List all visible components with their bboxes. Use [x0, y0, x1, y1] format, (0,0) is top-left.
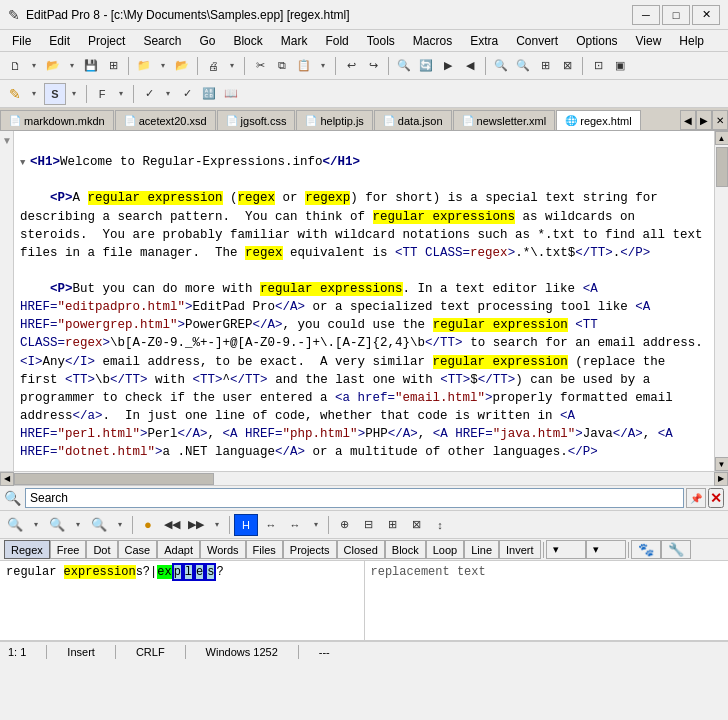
find-next-btn[interactable]: ▶▶	[185, 514, 207, 536]
option-regex[interactable]: Regex	[4, 540, 50, 559]
search-extra4[interactable]: ⊠	[405, 514, 427, 536]
option-dropdown1[interactable]: ▾	[546, 540, 586, 559]
open-dropdown[interactable]: ▾	[64, 55, 80, 77]
zoom-1[interactable]: ⊞	[534, 55, 556, 77]
option-projects[interactable]: Projects	[283, 540, 337, 559]
spell-btn[interactable]: ✓	[138, 83, 160, 105]
font-btn[interactable]: F	[91, 83, 113, 105]
menu-block[interactable]: Block	[225, 32, 270, 50]
tab-close[interactable]: ✕	[712, 110, 728, 130]
search-extra1[interactable]: ⊕	[333, 514, 355, 536]
search-tb-btn3[interactable]: 🔍	[88, 514, 110, 536]
option-extra2[interactable]: 🔧	[661, 540, 691, 559]
mark-dropdown[interactable]: ▾	[26, 83, 42, 105]
editor-content[interactable]: ▼<H1>Welcome to Regular-Expressions.info…	[14, 131, 714, 471]
option-extra1[interactable]: 🐾	[631, 540, 661, 559]
tab-scroll-right[interactable]: ▶	[696, 110, 712, 130]
option-adapt[interactable]: Adapt	[157, 540, 200, 559]
search-tb-drop3[interactable]: ▾	[112, 514, 128, 536]
replace-btn2[interactable]: ↔	[284, 514, 306, 536]
print-button[interactable]: 🖨	[202, 55, 224, 77]
style-btn[interactable]: S	[44, 83, 66, 105]
search-extra5[interactable]: ↕	[429, 514, 451, 536]
open-button[interactable]: 📂	[42, 55, 64, 77]
option-case[interactable]: Case	[118, 540, 158, 559]
tab-regex[interactable]: 🌐 regex.html	[556, 110, 640, 130]
option-files[interactable]: Files	[246, 540, 283, 559]
search-extra3[interactable]: ⊞	[381, 514, 403, 536]
zoom-2[interactable]: ⊠	[556, 55, 578, 77]
scroll-down-button[interactable]: ▼	[715, 457, 729, 471]
menu-fold[interactable]: Fold	[317, 32, 356, 50]
replacement-input[interactable]: replacement text	[365, 561, 729, 640]
spell2-btn[interactable]: ✓	[176, 83, 198, 105]
replace-button[interactable]: 🔄	[415, 55, 437, 77]
close-button[interactable]: ✕	[692, 5, 720, 25]
menu-view[interactable]: View	[628, 32, 670, 50]
find-prev-btn[interactable]: ◀◀	[161, 514, 183, 536]
h1-fold[interactable]: ▼	[20, 157, 30, 170]
maximize-button[interactable]: □	[662, 5, 690, 25]
scroll-right-button[interactable]: ▶	[714, 472, 728, 486]
font-dropdown[interactable]: ▾	[113, 83, 129, 105]
menu-search[interactable]: Search	[135, 32, 189, 50]
search-input[interactable]	[25, 488, 684, 508]
menu-file[interactable]: File	[4, 32, 39, 50]
find-button[interactable]: 🔍	[393, 55, 415, 77]
misc-1[interactable]: ⊡	[587, 55, 609, 77]
menu-go[interactable]: Go	[191, 32, 223, 50]
search-extra2[interactable]: ⊟	[357, 514, 379, 536]
option-block[interactable]: Block	[385, 540, 426, 559]
menu-edit[interactable]: Edit	[41, 32, 78, 50]
search-tb-btn1[interactable]: 🔍	[4, 514, 26, 536]
tab-markdown[interactable]: 📄 markdown.mkdn	[0, 110, 114, 130]
tab-acetext[interactable]: 📄 acetext20.xsd	[115, 110, 216, 130]
option-line[interactable]: Line	[464, 540, 499, 559]
highlight-btn[interactable]: H	[234, 514, 258, 536]
tab-scroll-left[interactable]: ◀	[680, 110, 696, 130]
tab-helptip[interactable]: 📄 helptip.js	[296, 110, 372, 130]
spell3-btn[interactable]: 🔠	[198, 83, 220, 105]
search-pin-button[interactable]: 📌	[686, 488, 706, 508]
mark-all-btn[interactable]: ●	[137, 514, 159, 536]
replace-drop[interactable]: ▾	[308, 514, 324, 536]
find-next-drop[interactable]: ▾	[209, 514, 225, 536]
spell4-btn[interactable]: 📖	[220, 83, 242, 105]
option-dropdown2[interactable]: ▾	[586, 540, 626, 559]
spell-dropdown[interactable]: ▾	[160, 83, 176, 105]
save-all-button[interactable]: ⊞	[102, 55, 124, 77]
option-words[interactable]: Words	[200, 540, 246, 559]
new-button[interactable]: 🗋	[4, 55, 26, 77]
tab-newsletter[interactable]: 📄 newsletter.xml	[453, 110, 556, 130]
menu-macros[interactable]: Macros	[405, 32, 460, 50]
redo-button[interactable]: ↪	[362, 55, 384, 77]
option-closed[interactable]: Closed	[337, 540, 385, 559]
undo-button[interactable]: ↩	[340, 55, 362, 77]
menu-project[interactable]: Project	[80, 32, 133, 50]
menu-help[interactable]: Help	[671, 32, 712, 50]
tab-datajson[interactable]: 📄 data.json	[374, 110, 452, 130]
menu-options[interactable]: Options	[568, 32, 625, 50]
search-tb-btn2[interactable]: 🔍	[46, 514, 68, 536]
scrollbar-vertical[interactable]: ▲ ▼	[714, 131, 728, 471]
option-loop[interactable]: Loop	[426, 540, 464, 559]
print-dropdown[interactable]: ▾	[224, 55, 240, 77]
option-free[interactable]: Free	[50, 540, 87, 559]
option-dot[interactable]: Dot	[86, 540, 117, 559]
menu-tools[interactable]: Tools	[359, 32, 403, 50]
scroll-left-button[interactable]: ◀	[0, 472, 14, 486]
style-dropdown[interactable]: ▾	[66, 83, 82, 105]
find-next[interactable]: ▶	[437, 55, 459, 77]
menu-convert[interactable]: Convert	[508, 32, 566, 50]
zoom-out[interactable]: 🔍	[512, 55, 534, 77]
menu-extra[interactable]: Extra	[462, 32, 506, 50]
new-dropdown[interactable]: ▾	[26, 55, 42, 77]
regex-input[interactable]: regular expressions?|exples?	[0, 561, 365, 640]
find-prev[interactable]: ◀	[459, 55, 481, 77]
scrollbar-horizontal[interactable]: ◀ ▶	[0, 471, 728, 485]
copy-button[interactable]: ⧉	[271, 55, 293, 77]
option-invert[interactable]: Invert	[499, 540, 541, 559]
paste-button[interactable]: 📋	[293, 55, 315, 77]
project-dropdown[interactable]: ▾	[155, 55, 171, 77]
search-tb-drop2[interactable]: ▾	[70, 514, 86, 536]
